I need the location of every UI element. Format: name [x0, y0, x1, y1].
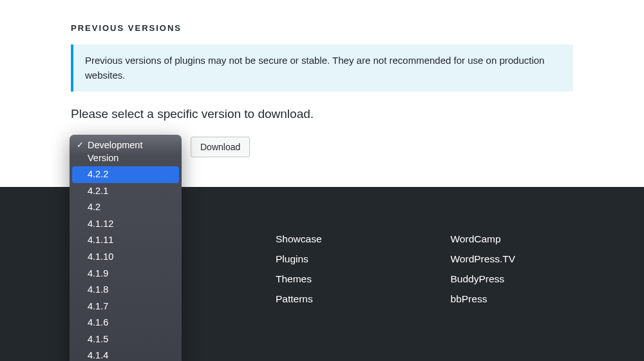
version-dropdown[interactable]: Development Version4.2.24.2.14.24.1.124.… — [70, 135, 182, 361]
footer-link[interactable]: Themes — [276, 273, 322, 285]
previous-versions-heading: PREVIOUS VERSIONS — [71, 23, 573, 33]
version-option[interactable]: 4.2.1 — [72, 183, 179, 200]
footer-link[interactable]: WordCamp — [451, 233, 516, 245]
version-option[interactable]: 4.1.10 — [72, 249, 179, 266]
footer-link[interactable]: BuddyPress — [451, 273, 516, 285]
footer-column-2: WordCampWordPress.TVBuddyPressbbPress — [451, 233, 516, 305]
download-button[interactable]: Download — [191, 137, 250, 157]
footer-link[interactable]: Plugins — [276, 253, 322, 265]
footer-link[interactable]: Patterns — [276, 293, 322, 305]
version-option[interactable]: 4.1.11 — [72, 232, 179, 249]
footer-column-1: ShowcasePluginsThemesPatterns — [276, 233, 322, 305]
version-option[interactable]: 4.1.6 — [72, 315, 179, 331]
version-option[interactable]: 4.1.4 — [72, 347, 179, 361]
version-option[interactable]: 4.2 — [72, 199, 179, 216]
footer-link[interactable]: Showcase — [276, 233, 322, 245]
version-option[interactable]: 4.1.9 — [72, 266, 179, 282]
version-option[interactable]: 4.1.12 — [72, 216, 179, 233]
warning-text: Previous versions of plugins may not be … — [85, 54, 562, 83]
footer-link[interactable]: WordPress.TV — [451, 253, 516, 265]
version-option[interactable]: 4.2.2 — [72, 166, 179, 183]
version-option[interactable]: 4.1.5 — [72, 331, 179, 348]
version-option[interactable]: 4.1.8 — [72, 282, 179, 298]
version-option[interactable]: 4.1.7 — [72, 298, 179, 315]
footer-link[interactable]: bbPress — [451, 293, 516, 305]
version-option[interactable]: Development Version — [72, 137, 179, 166]
warning-notice: Previous versions of plugins may not be … — [71, 44, 573, 92]
instruction-text: Please select a specific version to down… — [71, 107, 573, 121]
